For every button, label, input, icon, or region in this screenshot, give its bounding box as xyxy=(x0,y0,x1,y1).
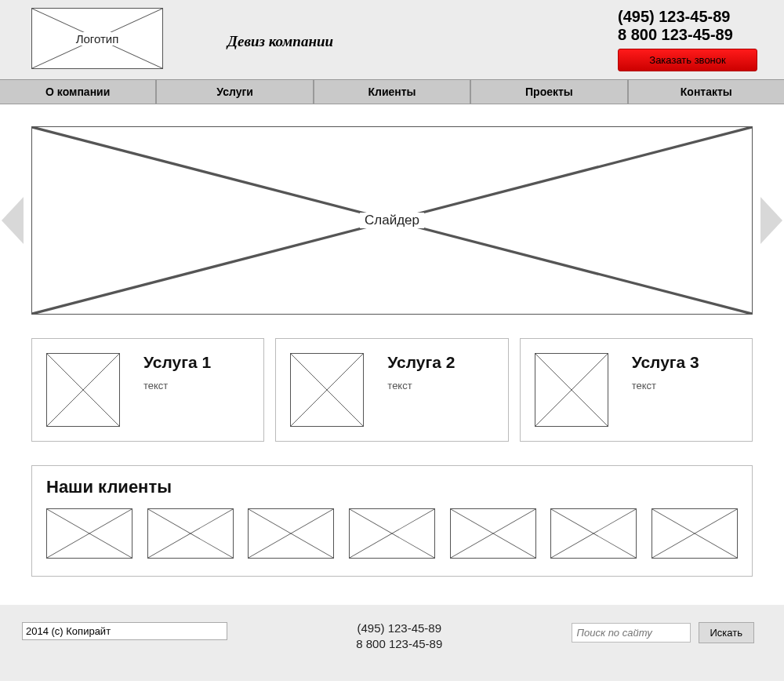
service-image-3 xyxy=(535,353,608,427)
svg-line-14 xyxy=(249,509,333,558)
svg-line-17 xyxy=(350,509,434,558)
service-body-2: Услуга 2 текст xyxy=(387,353,455,427)
client-logo-6[interactable] xyxy=(550,508,637,559)
client-logo-5[interactable] xyxy=(450,508,536,559)
service-body-1: Услуга 1 текст xyxy=(143,353,211,427)
service-title-3: Услуга 3 xyxy=(632,353,699,372)
service-title-2: Услуга 2 xyxy=(387,353,455,372)
slogan: Девиз компании xyxy=(227,33,333,50)
client-logo-3[interactable] xyxy=(248,508,334,559)
svg-line-20 xyxy=(551,509,636,558)
service-body-3: Услуга 3 текст xyxy=(632,353,699,427)
svg-line-11 xyxy=(47,509,132,558)
svg-line-7 xyxy=(291,354,363,426)
svg-line-12 xyxy=(148,509,233,558)
service-text-3: текст xyxy=(632,380,699,391)
header-contacts: (495) 123-45-89 8 800 123-45-89 Заказать… xyxy=(618,8,757,71)
phone-primary: (495) 123-45-89 xyxy=(618,8,757,26)
logo-label: Логотип xyxy=(71,32,124,46)
logo-placeholder[interactable]: Логотип xyxy=(31,8,163,69)
slider-label: Слайдер xyxy=(360,213,424,228)
svg-line-22 xyxy=(652,509,737,558)
nav-about[interactable]: О компании xyxy=(0,80,156,104)
nav-contacts[interactable]: Контакты xyxy=(628,80,784,104)
svg-line-15 xyxy=(249,509,333,558)
service-title-1: Услуга 1 xyxy=(143,353,211,372)
clients-row xyxy=(46,508,738,559)
slider-area: Слайдер xyxy=(0,126,784,315)
svg-line-18 xyxy=(451,509,535,558)
footer-phones: (495) 123-45-89 8 800 123-45-89 xyxy=(227,621,572,653)
nav-clients[interactable]: Клиенты xyxy=(314,80,470,104)
svg-line-19 xyxy=(451,509,535,558)
phone-secondary: 8 800 123-45-89 xyxy=(618,26,757,44)
svg-line-23 xyxy=(652,509,737,558)
footer-phone-1: (495) 123-45-89 xyxy=(227,621,572,636)
footer-search: Искать xyxy=(572,622,755,643)
slider-next-icon[interactable] xyxy=(760,197,782,244)
client-logo-1[interactable] xyxy=(46,508,132,559)
svg-line-13 xyxy=(148,509,233,558)
service-card-2[interactable]: Услуга 2 текст xyxy=(275,338,508,442)
svg-line-16 xyxy=(350,509,434,558)
footer: (495) 123-45-89 8 800 123-45-89 Искать xyxy=(0,605,784,681)
svg-line-21 xyxy=(551,509,636,558)
service-card-1[interactable]: Услуга 1 текст xyxy=(31,338,264,442)
svg-line-9 xyxy=(535,354,608,426)
svg-line-10 xyxy=(47,509,132,558)
service-image-1 xyxy=(46,353,120,427)
service-text-2: текст xyxy=(387,380,455,391)
footer-phone-2: 8 800 123-45-89 xyxy=(227,636,572,652)
client-logo-7[interactable] xyxy=(652,508,738,559)
service-image-2 xyxy=(290,353,364,427)
main-nav: О компании Услуги Клиенты Проекты Контак… xyxy=(0,79,784,104)
nav-projects[interactable]: Проекты xyxy=(470,80,627,104)
clients-title: Наши клиенты xyxy=(46,477,738,497)
svg-line-8 xyxy=(535,354,608,426)
service-card-3[interactable]: Услуга 3 текст xyxy=(520,338,753,442)
client-logo-2[interactable] xyxy=(147,508,234,559)
search-button[interactable]: Искать xyxy=(699,622,755,643)
nav-services[interactable]: Услуги xyxy=(156,80,313,104)
slider-placeholder[interactable]: Слайдер xyxy=(31,126,753,315)
client-logo-4[interactable] xyxy=(349,508,435,559)
header: Логотип Девиз компании (495) 123-45-89 8… xyxy=(0,0,784,79)
callback-button[interactable]: Заказать звонок xyxy=(618,49,757,71)
slider-prev-icon[interactable] xyxy=(2,197,24,244)
service-text-1: текст xyxy=(143,380,211,391)
copyright-input[interactable] xyxy=(22,622,227,640)
services-row: Услуга 1 текст Услуга 2 текст Услуга 3 т… xyxy=(31,338,753,442)
clients-block: Наши клиенты xyxy=(31,465,753,577)
svg-line-6 xyxy=(291,354,363,426)
svg-line-4 xyxy=(47,354,119,426)
search-input[interactable] xyxy=(572,623,691,643)
svg-line-5 xyxy=(47,354,119,426)
